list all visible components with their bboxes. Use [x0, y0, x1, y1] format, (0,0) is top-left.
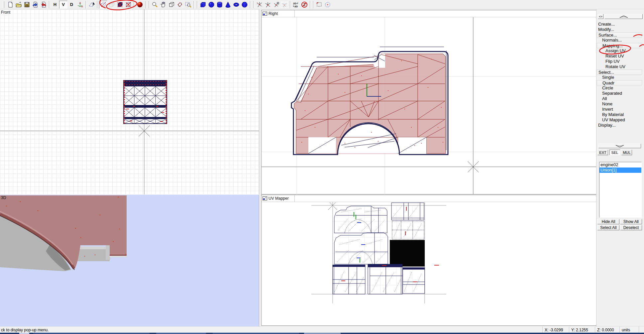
box-primitive-icon[interactable]	[199, 1, 207, 9]
menu-item-flip-uv[interactable]: Flip UV	[597, 59, 642, 64]
torus-primitive-icon[interactable]	[232, 1, 240, 9]
sphere-primitive-icon[interactable]	[207, 1, 215, 9]
toolbar-separator	[134, 1, 134, 8]
svg-text:2D: 2D	[293, 2, 296, 5]
chevron-up-icon	[619, 15, 628, 18]
menu-item-uv-mapped[interactable]: UV Mapped	[597, 117, 642, 123]
toolbar-grip[interactable]	[3, 1, 4, 8]
show-all-button[interactable]: Show All	[620, 219, 642, 224]
toolbar-separator	[49, 1, 50, 8]
three-d-viewport[interactable]: 3D	[0, 195, 259, 326]
menu-item-all[interactable]: All	[597, 96, 642, 101]
new-icon[interactable]	[6, 1, 14, 9]
axes-icon[interactable]	[76, 1, 84, 9]
no-z-icon[interactable]: Z	[300, 1, 308, 9]
select-circle-icon[interactable]	[323, 1, 332, 9]
zoom-region-icon[interactable]	[184, 1, 192, 9]
right-model	[291, 47, 448, 155]
menu-item-display[interactable]: Display...	[597, 123, 642, 128]
toolbar-separator	[193, 1, 194, 8]
toolbar-separator	[149, 1, 149, 8]
menu-item-select[interactable]: Select...	[597, 69, 642, 75]
status-message: ck to display pop-up menu.	[0, 327, 542, 333]
vertex-box-icon[interactable]	[272, 1, 280, 9]
toolbar-separator	[250, 1, 251, 8]
front-viewport[interactable]: Front	[0, 9, 259, 194]
display-button[interactable]: D	[67, 1, 76, 9]
mode-button-mul[interactable]: MUL	[621, 150, 632, 155]
edge-select-icon[interactable]	[87, 1, 96, 9]
panel-menu: Create... Modify... Surface... Normals..…	[596, 22, 644, 128]
cube-unhide-icon[interactable]	[124, 1, 132, 9]
toolbar-separator	[97, 1, 98, 8]
export-icon[interactable]	[39, 1, 48, 9]
open-icon[interactable]	[14, 1, 23, 9]
object-list[interactable]: engine02 Union[1]	[599, 162, 642, 218]
menu-item-reset-uv[interactable]: Reset UV	[597, 54, 642, 59]
hide-button-label: H	[54, 2, 56, 7]
toolbar: H V D 2D3D Z	[0, 0, 644, 9]
menu-item-single[interactable]: Single	[597, 75, 642, 80]
menu-item-none[interactable]: None	[597, 101, 642, 107]
uv-mapper-title-segment[interactable]: UV Mapper	[262, 195, 295, 202]
menu-item-modify[interactable]: Modify...	[597, 27, 642, 32]
right-viewport-title-segment[interactable]: Right	[262, 10, 295, 17]
panel-scroll-up-button[interactable]	[604, 14, 643, 19]
panel-collapse-button[interactable]: <>	[598, 14, 603, 19]
view-button[interactable]: V	[59, 1, 67, 9]
deselect-button[interactable]: Deselect	[620, 225, 642, 230]
toolbar-separator	[310, 1, 310, 8]
material-sphere-icon[interactable]	[136, 1, 144, 9]
toolbar-separator	[145, 1, 146, 8]
cube-hide-icon[interactable]	[116, 1, 124, 9]
dimension-2d3d-icon[interactable]: 2D3D	[292, 1, 300, 9]
three-d-viewport-canvas[interactable]	[0, 195, 259, 326]
object-list-item[interactable]: engine02	[599, 162, 641, 167]
select-rect-icon[interactable]	[315, 1, 323, 9]
view-cube-icon[interactable]	[167, 1, 175, 9]
mode-button-ext[interactable]: EXT	[597, 150, 608, 155]
menu-item-separated[interactable]: Separated	[597, 91, 642, 96]
hide-button[interactable]: H	[51, 1, 59, 9]
menu-item-rotate-uv[interactable]: Rotate UV	[597, 64, 642, 69]
menu-item-normals[interactable]: Normals...	[597, 38, 642, 43]
taskbar-segment	[304, 333, 341, 334]
vertex-icon[interactable]	[255, 1, 264, 9]
geosphere-primitive-icon[interactable]	[240, 1, 249, 9]
cube-dim-icon[interactable]	[107, 1, 116, 9]
menu-item-by-material[interactable]: By Material	[597, 112, 642, 117]
menu-item-mapping[interactable]: Mapping...	[597, 43, 642, 48]
uv-mapper-titlebar[interactable]: UV Mapper	[262, 195, 597, 202]
mode-button-sel[interactable]: SEL	[609, 150, 620, 155]
pan-icon[interactable]	[159, 1, 167, 9]
object-list-item-selected[interactable]: Union[1]	[599, 167, 641, 173]
save-icon[interactable]	[23, 1, 31, 9]
panel-scroll-down-button[interactable]	[598, 144, 641, 148]
menu-item-create[interactable]: Create...	[597, 22, 642, 27]
rotate-view-icon[interactable]	[175, 1, 184, 9]
right-viewport-label: Right	[268, 11, 278, 16]
menu-item-assign-uv[interactable]: Assign UV	[597, 48, 642, 54]
menu-item-quadr[interactable]: Quadr	[597, 80, 642, 85]
hide-all-button[interactable]: Hide All	[597, 219, 619, 224]
selection-mode-buttons: EXT SEL MUL	[597, 150, 632, 155]
menu-item-surface[interactable]: Surface...	[597, 32, 642, 38]
cube-select-icon[interactable]	[99, 1, 107, 9]
right-viewport-canvas[interactable]	[262, 17, 597, 194]
front-viewport-canvas[interactable]	[0, 9, 259, 194]
uv-mapper-canvas[interactable]	[262, 202, 597, 326]
taskbar-segment	[33, 333, 150, 334]
viewport-window-icon	[263, 12, 267, 16]
zoom-icon[interactable]	[151, 1, 159, 9]
menu-item-invert[interactable]: Invert	[597, 107, 642, 112]
taskbar-segment	[213, 333, 299, 334]
toolbar-separator	[197, 1, 197, 8]
vertex-move-icon[interactable]	[264, 1, 272, 9]
import-icon[interactable]	[31, 1, 39, 9]
vertex-grid-icon[interactable]	[280, 1, 288, 9]
cone-primitive-icon[interactable]	[224, 1, 232, 9]
cylinder-primitive-icon[interactable]	[215, 1, 224, 9]
select-all-button[interactable]: Select All	[597, 225, 619, 230]
right-viewport-titlebar[interactable]: Right	[262, 10, 597, 17]
menu-item-circle[interactable]: Circle	[597, 85, 642, 91]
